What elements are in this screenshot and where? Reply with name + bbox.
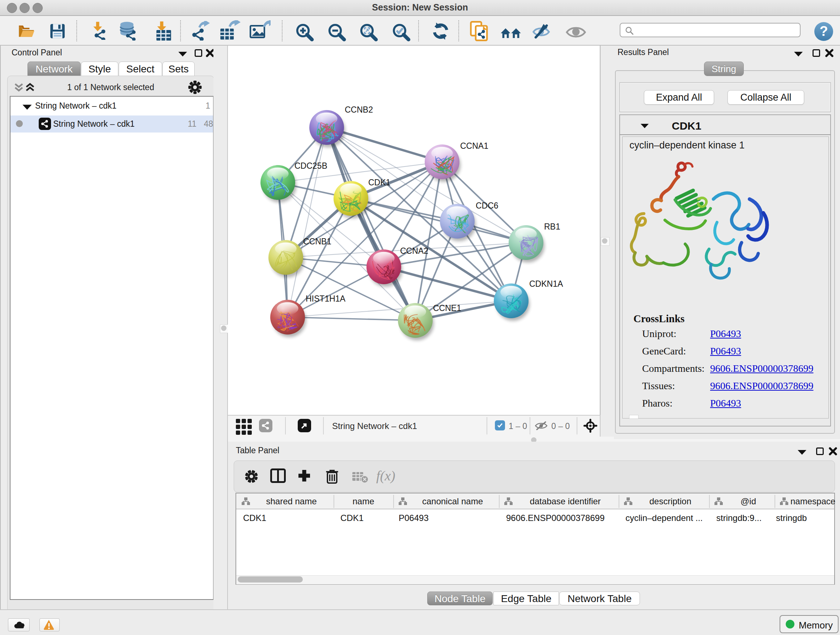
svg-text:CCNA1: CCNA1 [460, 141, 488, 150]
svg-text:CCNA2: CCNA2 [400, 246, 428, 256]
svg-text:RB1: RB1 [544, 222, 561, 231]
svg-text:HIST1H1A: HIST1H1A [306, 294, 346, 303]
svg-text:CCNB2: CCNB2 [345, 105, 373, 114]
svg-text:CDKN1A: CDKN1A [529, 279, 563, 288]
svg-text:CDC6: CDC6 [476, 201, 499, 211]
svg-text:CDC25B: CDC25B [294, 161, 327, 171]
svg-text:CDK1: CDK1 [368, 178, 390, 187]
svg-text:CCNB1: CCNB1 [303, 237, 332, 246]
svg-text:CCNE1: CCNE1 [433, 303, 461, 313]
